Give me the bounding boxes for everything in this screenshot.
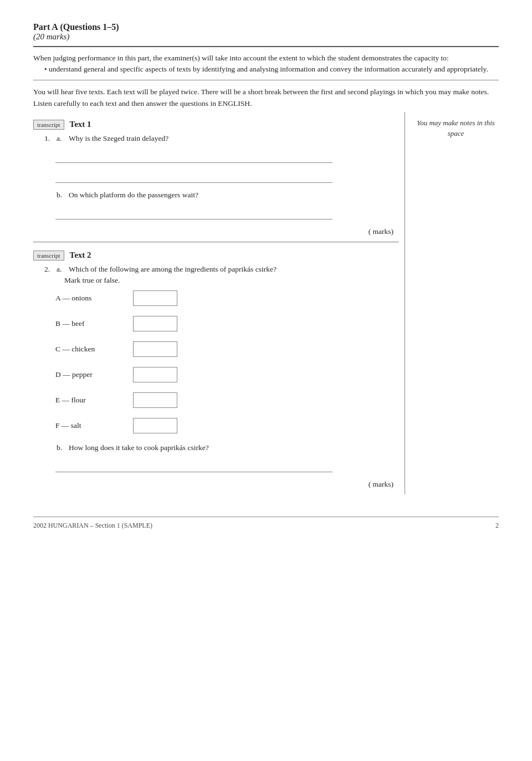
ingredient-a: A — onions bbox=[55, 290, 399, 306]
question-1a: 1. a. Why is the Szeged train delayed? bbox=[44, 134, 399, 183]
question-2a: 2. a. Which of the following are among t… bbox=[44, 265, 399, 433]
ingredient-f-box[interactable] bbox=[133, 418, 177, 433]
main-layout: transcript Text 1 1. a. Why is the Szege… bbox=[33, 112, 499, 494]
part-marks: (20 marks) bbox=[33, 32, 499, 42]
text-2-header: transcript Text 2 bbox=[33, 251, 399, 261]
q1b-answer-line-1[interactable] bbox=[55, 207, 332, 219]
ingredient-f: F — salt bbox=[55, 418, 399, 433]
q1a-letter: a. bbox=[57, 134, 66, 143]
q2a-sub-row: Mark true or false. bbox=[64, 276, 399, 285]
q2a-letter: a. bbox=[57, 265, 66, 274]
text-1-section: transcript Text 1 1. a. Why is the Szege… bbox=[33, 120, 399, 236]
ingredient-c-label: C — chicken bbox=[55, 345, 133, 354]
page-footer: 2002 HUNGARIAN – Section 1 (SAMPLE) 2 bbox=[33, 517, 499, 530]
q2b-letter: b. bbox=[57, 443, 66, 452]
q1a-answer-line-1[interactable] bbox=[55, 151, 332, 163]
directions: You will hear five texts. Each text will… bbox=[33, 86, 499, 110]
notes-area: You may make notes in this space bbox=[405, 112, 499, 494]
q2b-answer-line[interactable] bbox=[55, 460, 332, 472]
ingredient-a-box[interactable] bbox=[133, 290, 177, 306]
text1-marks: ( marks) bbox=[33, 227, 399, 236]
directions-line2: Listen carefully to each text and then a… bbox=[33, 98, 499, 110]
instructions-intro: When judging performance in this part, t… bbox=[33, 53, 499, 64]
ingredient-grid: A — onions B — beef C — chicken D — bbox=[55, 290, 399, 433]
question-1a-row: 1. a. Why is the Szeged train delayed? bbox=[44, 134, 399, 143]
ingredient-b-label: B — beef bbox=[55, 319, 133, 328]
divider-top bbox=[33, 46, 499, 47]
ingredient-d-box[interactable] bbox=[133, 367, 177, 382]
q1b-letter: b. bbox=[57, 191, 66, 200]
notes-label: You may make notes in this space bbox=[413, 118, 499, 139]
q2a-text: Which of the following are among the ing… bbox=[69, 265, 277, 274]
ingredient-b-box[interactable] bbox=[133, 316, 177, 331]
question-2b-row: b. How long does it take to cook papriká… bbox=[44, 443, 399, 452]
ingredient-c: C — chicken bbox=[55, 341, 399, 357]
ingredient-b: B — beef bbox=[55, 316, 399, 331]
content-area: transcript Text 1 1. a. Why is the Szege… bbox=[33, 112, 405, 494]
text-1-header: transcript Text 1 bbox=[33, 120, 399, 130]
question-2b: b. How long does it take to cook papriká… bbox=[44, 443, 399, 472]
text2-marks: ( marks) bbox=[33, 480, 399, 489]
part-header: Part A (Questions 1–5) (20 marks) bbox=[33, 22, 499, 42]
instructions-block: When judging performance in this part, t… bbox=[33, 53, 499, 75]
ingredient-e-box[interactable] bbox=[133, 392, 177, 408]
text-2-section: transcript Text 2 2. a. Which of the fol… bbox=[33, 251, 399, 489]
part-title-text: Part A bbox=[33, 22, 58, 32]
ingredient-e-label: E — flour bbox=[55, 396, 133, 405]
ingredient-c-box[interactable] bbox=[133, 341, 177, 357]
question-2a-row: 2. a. Which of the following are among t… bbox=[44, 265, 399, 274]
q1b-text: On which platform do the passengers wait… bbox=[69, 191, 198, 200]
transcript-button-2[interactable]: transcript bbox=[33, 251, 64, 261]
instruction-item-1: understand general and specific aspects … bbox=[44, 64, 499, 75]
text-2-title: Text 2 bbox=[70, 251, 91, 260]
page-container: Part A (Questions 1–5) (20 marks) When j… bbox=[33, 22, 499, 530]
divider-text1-text2 bbox=[33, 242, 399, 243]
q1-number: 1. bbox=[44, 134, 54, 143]
text-1-title: Text 1 bbox=[70, 120, 91, 129]
directions-line1: You will hear five texts. Each text will… bbox=[33, 86, 499, 98]
footer-right: 2 bbox=[495, 522, 499, 530]
q2b-text: How long does it take to cook paprikás c… bbox=[69, 443, 209, 452]
q2a-sub: Mark true or false. bbox=[64, 276, 120, 285]
part-title: Part A (Questions 1–5) bbox=[33, 22, 499, 32]
ingredient-d-label: D — pepper bbox=[55, 370, 133, 379]
footer-left: 2002 HUNGARIAN – Section 1 (SAMPLE) bbox=[33, 522, 152, 530]
divider-instructions bbox=[33, 80, 499, 80]
ingredient-e: E — flour bbox=[55, 392, 399, 408]
instructions-list: understand general and specific aspects … bbox=[33, 64, 499, 75]
part-subtitle: (Questions 1–5) bbox=[60, 22, 119, 32]
q2-number: 2. bbox=[44, 265, 54, 274]
transcript-button-1[interactable]: transcript bbox=[33, 120, 64, 130]
question-1b: b. On which platform do the passengers w… bbox=[44, 191, 399, 219]
question-1b-row: b. On which platform do the passengers w… bbox=[44, 191, 399, 200]
ingredient-d: D — pepper bbox=[55, 367, 399, 382]
ingredient-a-label: A — onions bbox=[55, 294, 133, 303]
q1a-text: Why is the Szeged train delayed? bbox=[69, 134, 168, 143]
ingredient-f-label: F — salt bbox=[55, 421, 133, 430]
q1a-answer-line-2[interactable] bbox=[55, 171, 332, 183]
